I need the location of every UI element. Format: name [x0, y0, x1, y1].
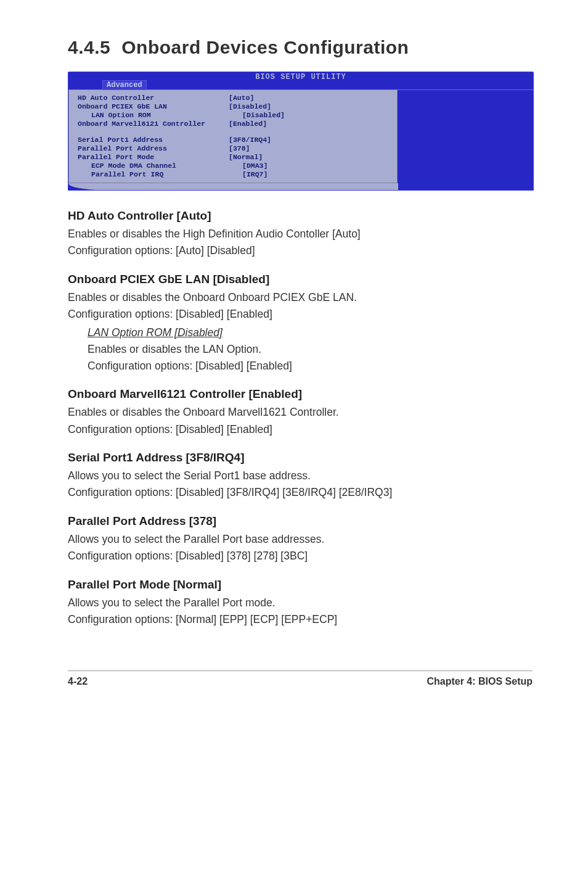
bios-row-label: Serial Port1 Address — [78, 136, 229, 144]
bios-row-label: ECP Mode DMA Channel — [78, 162, 242, 170]
sub-option-title: LAN Option ROM [Disabled] — [88, 326, 533, 339]
body-text: Enables or disables the Onboard Onboard … — [68, 290, 533, 305]
page-footer: 4-22 Chapter 4: BIOS Setup — [68, 670, 533, 687]
body-text: Configuration options: [Disabled] [3F8/I… — [68, 485, 533, 500]
bios-row-label: Onboard Marvell6121 Controller — [78, 120, 229, 128]
page-number: 4-22 — [68, 676, 88, 687]
bios-help-panel — [398, 89, 533, 183]
section-number: 4.4.5 — [68, 37, 110, 57]
bios-row-label: Parallel Port IRQ — [78, 170, 242, 179]
body-text: Configuration options: [Auto] [Disabled] — [68, 243, 533, 258]
subhead-parallel-addr: Parallel Port Address [378] — [68, 514, 533, 528]
bios-row-value: [Enabled] — [229, 120, 267, 128]
bios-settings-panel: HD Auto Controller[Auto] Onboard PCIEX G… — [68, 89, 398, 183]
chapter-label: Chapter 4: BIOS Setup — [427, 676, 533, 687]
bios-row-label: HD Auto Controller — [78, 94, 229, 102]
subhead-pciex: Onboard PCIEX GbE LAN [Disabled] — [68, 273, 533, 286]
subhead-hd-auto: HD Auto Controller [Auto] — [68, 209, 533, 223]
body-text: Allows you to select the Parallel Port b… — [68, 532, 533, 547]
bios-row-value: [Auto] — [229, 94, 254, 102]
bios-row-label: LAN Option ROM — [78, 111, 242, 120]
bios-row-value: [DMA3] — [242, 162, 267, 170]
body-text: Configuration options: [Disabled] [Enabl… — [88, 358, 533, 374]
body-text: Configuration options: [Normal] [EPP] [E… — [68, 612, 533, 627]
subhead-serial: Serial Port1 Address [3F8/IRQ4] — [68, 451, 533, 464]
body-text: Enables or disables the LAN Option. — [88, 342, 533, 357]
body-text: Allows you to select the Parallel Port m… — [68, 595, 533, 611]
bios-row-value: [3F8/IRQ4] — [229, 136, 271, 144]
section-name: Onboard Devices Configuration — [121, 37, 409, 57]
body-text: Configuration options: [Disabled] [Enabl… — [68, 422, 533, 437]
subhead-parallel-mode: Parallel Port Mode [Normal] — [68, 578, 533, 592]
body-text: Enables or disables the High Definition … — [68, 226, 533, 242]
body-text: Allows you to select the Serial Port1 ba… — [68, 468, 533, 484]
bios-row-label: Parallel Port Address — [78, 144, 229, 153]
body-text: Enables or disables the Onboard Marvell1… — [68, 405, 533, 420]
bios-screenshot: BIOS SETUP UTILITY Advanced HD Auto Cont… — [68, 72, 534, 191]
bios-row-label: Parallel Port Mode — [78, 153, 229, 162]
bios-row-value: [Disabled] — [242, 111, 285, 120]
section-title: 4.4.5Onboard Devices Configuration — [68, 37, 533, 58]
bios-row-label: Onboard PCIEX GbE LAN — [78, 102, 229, 111]
bios-row-value: [Disabled] — [229, 102, 271, 111]
bios-row-value: [IRQ7] — [242, 170, 267, 179]
bios-row-value: [378] — [229, 144, 250, 153]
body-text: Configuration options: [Disabled] [378] … — [68, 548, 533, 564]
bios-row-value: [Normal] — [229, 153, 263, 162]
bios-tab-advanced: Advanced — [102, 80, 147, 90]
subhead-marvell: Onboard Marvell6121 Controller [Enabled] — [68, 387, 533, 401]
body-text: Configuration options: [Disabled] [Enabl… — [68, 307, 533, 322]
